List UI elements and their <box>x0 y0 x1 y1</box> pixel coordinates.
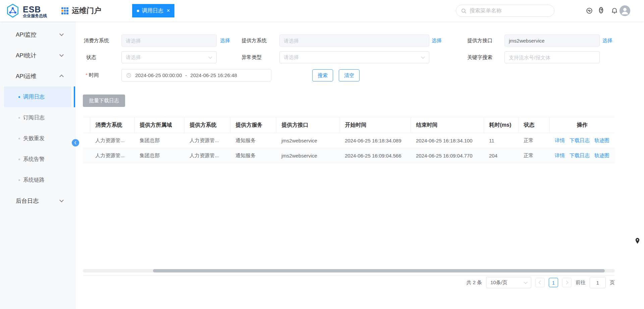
menu-search-input[interactable] <box>470 5 550 16</box>
cell-consumer-system: 人力资源管... <box>90 133 134 148</box>
table-row: 人力资源管... 集团总部 人力资源管... 通知服务 jms2webservi… <box>83 133 615 148</box>
horizontal-scrollbar-track <box>83 269 615 272</box>
sidebar-collapse-button[interactable] <box>72 139 79 146</box>
cell-provider-service: 通知服务 <box>230 133 276 148</box>
provider-system-input[interactable] <box>279 35 429 47</box>
page-size-select[interactable]: 10条/页 <box>486 277 531 288</box>
sidebar-item-api-ops[interactable]: API运维 <box>0 66 75 86</box>
prev-page-button[interactable] <box>535 278 545 287</box>
time-label: *时间 <box>86 69 99 81</box>
sidebar-item-api-monitor[interactable]: API监控 <box>0 24 75 45</box>
provider-interface-label: 提供方接口 <box>467 35 492 47</box>
chevron-down-icon <box>421 55 425 59</box>
sidebar-item-subscribe-log[interactable]: 订阅日志 <box>4 107 71 128</box>
tab-close-icon[interactable]: × <box>167 8 170 14</box>
download-log-link[interactable]: 下载日志 <box>570 152 590 158</box>
chevron-down-icon <box>59 32 64 36</box>
sidebar-item-api-stats[interactable]: API统计 <box>0 45 75 66</box>
cell-provider-domain: 集团总部 <box>134 148 184 163</box>
sidebar-subitem-label: 失败重发 <box>23 135 45 142</box>
search-button[interactable]: 搜索 <box>312 69 333 81</box>
logo-subtitle: 企业服务总线 <box>23 14 47 18</box>
page-number-button[interactable]: 1 <box>549 278 558 287</box>
cell-provider-domain: 集团总部 <box>134 133 184 148</box>
chevron-right-icon <box>565 281 568 284</box>
bullet-icon <box>18 96 20 98</box>
chevron-left-icon <box>539 281 542 284</box>
cell-consumer-system: 人力资源管... <box>90 148 134 163</box>
exception-select-placeholder: 请选择 <box>284 54 299 61</box>
col-consumer-system: 消费方系统 <box>90 117 134 133</box>
sidebar-item-failure-resend[interactable]: 失败重发 <box>4 128 71 149</box>
goto-page-input[interactable] <box>590 277 606 288</box>
consumer-choose-link[interactable]: 选择 <box>220 35 230 47</box>
status-label: 状态 <box>86 51 96 63</box>
avatar[interactable] <box>620 5 630 16</box>
time-range-input[interactable]: 2024-06-25 00:00:00 - 2024-06-25 16:26:4… <box>121 69 271 81</box>
chevron-left-icon <box>73 140 78 145</box>
status-select[interactable]: 请选择 <box>121 51 217 63</box>
col-end-time: 结束时间 <box>411 117 484 133</box>
monitor-icon[interactable] <box>586 7 593 14</box>
esb-logo: ESB 企业服务总线 <box>5 3 47 19</box>
interface-choose-link[interactable]: 选择 <box>602 35 612 47</box>
keyword-input[interactable] <box>504 51 600 63</box>
keyword-label: 关键字搜索 <box>467 51 492 63</box>
divider <box>83 275 615 276</box>
page-unit-label: 页 <box>610 280 615 286</box>
sidebar-item-call-log[interactable]: 调用日志 <box>4 86 71 107</box>
consumer-system-input[interactable] <box>121 35 217 47</box>
trace-link[interactable]: 轨迹图 <box>594 137 609 143</box>
cell-provider-service: 通知服务 <box>230 148 276 163</box>
col-start-time: 开始时间 <box>339 117 411 133</box>
call-log-table: 消费方系统 提供方所属域 提供方系统 提供方服务 提供方接口 开始时间 结束时间… <box>83 117 615 163</box>
sidebar: API监控 API统计 API运维 调用日志 订阅日志 失败重发 系统告警 系统… <box>0 21 75 309</box>
goto-label: 前往 <box>576 280 586 286</box>
sidebar-item-label: API统计 <box>16 52 36 59</box>
consumer-system-label: 消费方系统 <box>84 35 109 47</box>
time-start: 2024-06-25 00:00:00 <box>135 72 182 78</box>
col-cost: 耗时(ms) <box>484 117 518 133</box>
provider-choose-link[interactable]: 选择 <box>432 35 442 47</box>
required-asterisk: * <box>86 72 88 78</box>
search-icon <box>460 7 468 15</box>
sidebar-item-backend-log[interactable]: 后台日志 <box>0 190 75 211</box>
sidebar-item-label: 后台日志 <box>16 197 39 205</box>
pagination: 共 2 条 10条/页 1 前往 页 <box>466 277 615 288</box>
col-actions: 操作 <box>549 117 615 133</box>
download-log-link[interactable]: 下载日志 <box>570 137 590 143</box>
cell-status: 正常 <box>518 133 549 148</box>
map-pin-icon[interactable] <box>635 237 640 246</box>
clear-button[interactable]: 清空 <box>339 69 360 81</box>
cell-start-time: 2024-06-25 16:18:34.089 <box>339 133 411 148</box>
chevron-down-icon <box>524 280 527 284</box>
detail-link[interactable]: 详情 <box>555 152 565 158</box>
bell-icon[interactable] <box>611 7 618 14</box>
col-provider-interface: 提供方接口 <box>276 117 339 133</box>
col-provider-domain: 提供方所属域 <box>134 117 184 133</box>
detail-link[interactable]: 详情 <box>555 137 565 143</box>
tab-active-dot-icon <box>137 10 139 12</box>
menu-search <box>456 5 554 17</box>
sidebar-item-system-trace[interactable]: 系统链路 <box>4 170 71 190</box>
sidebar-item-system-alert[interactable]: 系统告警 <box>4 149 71 170</box>
next-page-button[interactable] <box>562 278 572 287</box>
sidebar-item-label: API运维 <box>16 72 36 80</box>
provider-interface-input[interactable] <box>504 35 600 47</box>
trace-link[interactable]: 轨迹图 <box>594 152 609 158</box>
status-select-placeholder: 请选择 <box>126 54 141 61</box>
top-header: ESB 企业服务总线 运维门户 调用日志 × ? <box>0 0 644 21</box>
tab-label: 调用日志 <box>142 7 163 14</box>
help-icon[interactable]: ? <box>599 7 606 14</box>
tab-call-log[interactable]: 调用日志 × <box>132 4 174 17</box>
horizontal-scrollbar-thumb[interactable] <box>153 269 605 272</box>
col-provider-service: 提供方服务 <box>230 117 276 133</box>
pagination-total: 共 2 条 <box>466 280 482 286</box>
bullet-icon <box>18 179 20 181</box>
provider-system-label: 提供方系统 <box>241 35 267 47</box>
batch-download-button[interactable]: 批量下载日志 <box>83 95 125 107</box>
table-header-select <box>83 117 90 133</box>
cell-provider-system: 人力资源管... <box>184 133 230 148</box>
bullet-icon <box>18 117 20 119</box>
exception-type-select[interactable]: 请选择 <box>279 51 429 63</box>
